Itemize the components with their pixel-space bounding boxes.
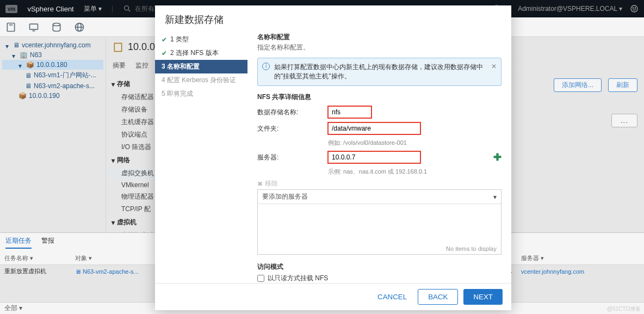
readonly-checkbox[interactable]: 以只读方式挂载 NFS	[257, 274, 501, 283]
step-5: 5 即将完成	[155, 87, 247, 101]
server-example: 示例: nas、nas.it.com 或 192.168.0.1	[328, 168, 501, 176]
readonly-checkbox-input[interactable]	[257, 275, 264, 282]
new-datastore-modal: 新建数据存储 ✔1 类型 ✔2 选择 NFS 版本 3 名称和配置 4 配置 K…	[155, 5, 511, 310]
step-3[interactable]: 3 名称和配置	[155, 60, 247, 73]
next-button[interactable]: NEXT	[463, 289, 503, 305]
server-input[interactable]	[328, 151, 420, 163]
remove-icon: ✖	[257, 180, 263, 188]
folder-input[interactable]	[328, 122, 420, 134]
servers-header: 要添加的服务器	[262, 192, 308, 201]
step-2[interactable]: ✔2 选择 NFS 版本	[155, 46, 247, 60]
chevron-down-icon[interactable]: ▾	[493, 193, 497, 201]
datastore-name-label: 数据存储名称:	[257, 108, 328, 117]
access-heading: 访问模式	[257, 262, 501, 272]
server-label: 服务器:	[257, 153, 328, 162]
info-message: i 如果打算配置数据中心内新主机上的现有数据存储，建议改用数据存储中的"挂载至其…	[257, 58, 501, 86]
modal-form: 名称和配置 指定名称和配置。 i 如果打算配置数据中心内新主机上的现有数据存储，…	[247, 30, 511, 283]
close-icon[interactable]: ✕	[491, 63, 497, 70]
wizard-steps: ✔1 类型 ✔2 选择 NFS 版本 3 名称和配置 4 配置 Kerberos…	[155, 30, 247, 283]
info-icon: i	[262, 63, 270, 70]
section-sub: 指定名称和配置。	[257, 43, 501, 52]
add-server-button[interactable]: ✚	[493, 151, 501, 163]
step-1[interactable]: ✔1 类型	[155, 33, 247, 46]
modal-title: 新建数据存储	[155, 5, 511, 30]
cancel-button[interactable]: CANCEL	[372, 289, 412, 305]
watermark: @51CTO博客	[607, 305, 641, 313]
back-button[interactable]: BACK	[418, 289, 458, 305]
folder-example: 例如: /vols/vol0/datastore-001	[328, 139, 501, 147]
no-items-label: No items to display	[446, 245, 497, 252]
nfs-heading: NFS 共享详细信息	[257, 93, 501, 102]
modal-footer: CANCEL BACK NEXT	[155, 283, 511, 310]
section-heading: 名称和配置	[257, 33, 501, 42]
datastore-name-input[interactable]	[328, 106, 371, 118]
remove-button: ✖移除	[257, 179, 501, 188]
step-4: 4 配置 Kerberos 身份验证	[155, 73, 247, 87]
servers-list: 要添加的服务器▾ No items to display	[257, 189, 501, 255]
folder-label: 文件夹:	[257, 124, 328, 133]
